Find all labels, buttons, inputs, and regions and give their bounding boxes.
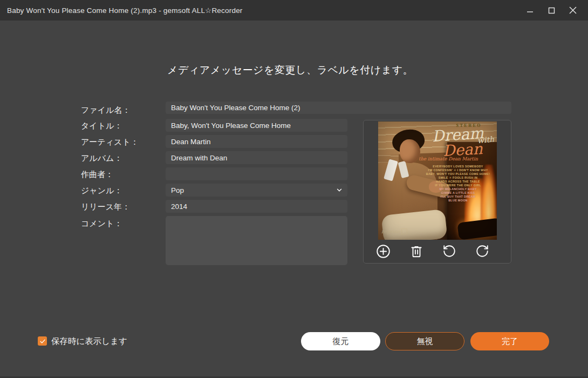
window-title: Baby Won't You Please Come Home (2).mp3 … <box>0 6 243 15</box>
comment-textarea[interactable] <box>166 216 347 265</box>
trash-icon <box>409 244 423 258</box>
rotate-left-button[interactable] <box>440 241 459 261</box>
filename-label: ファイル名： <box>81 104 165 117</box>
close-button[interactable] <box>562 0 584 21</box>
rotate-right-button[interactable] <box>473 241 492 261</box>
genre-selected-value: Pop <box>171 186 336 194</box>
show-on-save-checkbox[interactable] <box>38 336 47 346</box>
page-title: メディアメッセージを変更し、ラベルを付けます。 <box>167 63 413 77</box>
title-input[interactable] <box>166 119 347 132</box>
composer-label: 作曲者： <box>81 168 165 181</box>
album-art-vignette <box>378 122 497 240</box>
release-year-input[interactable] <box>166 200 347 213</box>
done-button[interactable]: 完了 <box>470 332 549 350</box>
artist-input[interactable] <box>166 135 347 148</box>
release-year-label: リリース年： <box>81 200 165 213</box>
artist-label: アーティスト： <box>81 136 165 148</box>
titlebar: Baby Won't You Please Come Home (2).mp3 … <box>0 0 588 21</box>
composer-input[interactable] <box>166 167 347 180</box>
album-art-image: STEREO Dream with Dean the intimate Dean… <box>378 122 497 240</box>
ignore-button[interactable]: 無視 <box>385 332 464 350</box>
plus-circle-icon <box>376 244 391 259</box>
filename-input[interactable] <box>166 102 511 114</box>
comment-label: コメント： <box>81 217 165 230</box>
add-image-button[interactable] <box>374 241 393 261</box>
maximize-button[interactable] <box>541 0 562 21</box>
close-icon <box>569 6 577 14</box>
restore-button[interactable]: 復元 <box>301 332 380 350</box>
minimize-button[interactable] <box>519 0 541 21</box>
chevron-down-icon <box>336 186 343 194</box>
window-controls <box>519 0 584 21</box>
album-label: アルバム： <box>81 152 165 165</box>
album-input[interactable] <box>166 151 347 164</box>
album-art-toolbar <box>364 239 511 263</box>
app-window: Baby Won't You Please Come Home (2).mp3 … <box>0 0 588 378</box>
title-label: タイトル： <box>81 119 165 132</box>
show-on-save-label: 保存時に表示します <box>51 336 127 347</box>
maximize-icon <box>548 7 555 14</box>
rotate-cw-icon <box>475 244 489 258</box>
genre-select[interactable]: Pop <box>166 184 347 197</box>
delete-image-button[interactable] <box>407 241 426 261</box>
rotate-ccw-icon <box>442 244 456 258</box>
minimize-icon <box>527 7 534 14</box>
check-icon <box>39 338 46 345</box>
album-art-panel: STEREO Dream with Dean the intimate Dean… <box>363 120 511 264</box>
genre-label: ジャンル： <box>81 184 165 197</box>
